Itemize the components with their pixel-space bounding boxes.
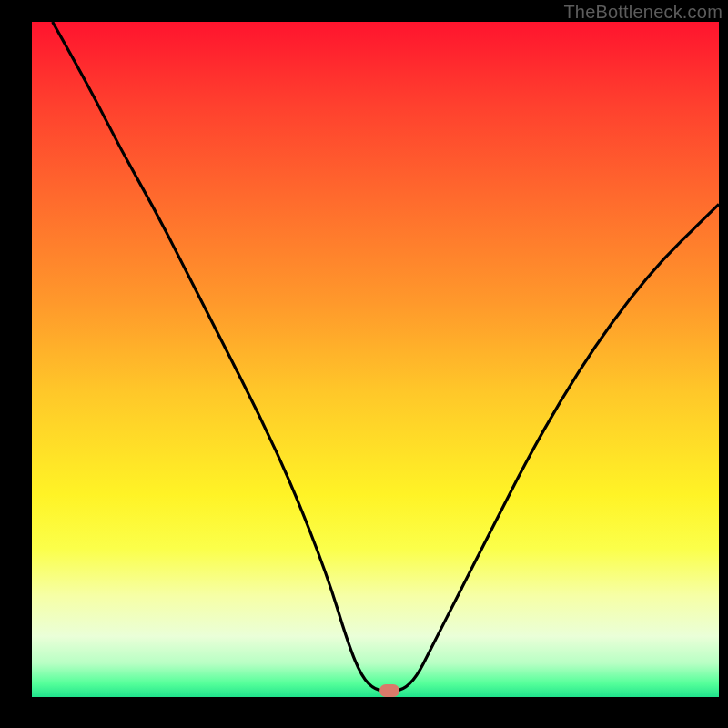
curve-path xyxy=(53,22,719,691)
chart-frame: TheBottleneck.com xyxy=(0,0,728,728)
watermark-text: TheBottleneck.com xyxy=(563,2,723,23)
bottleneck-curve xyxy=(32,22,719,697)
plot-area xyxy=(32,22,719,697)
optimum-marker xyxy=(379,684,399,697)
